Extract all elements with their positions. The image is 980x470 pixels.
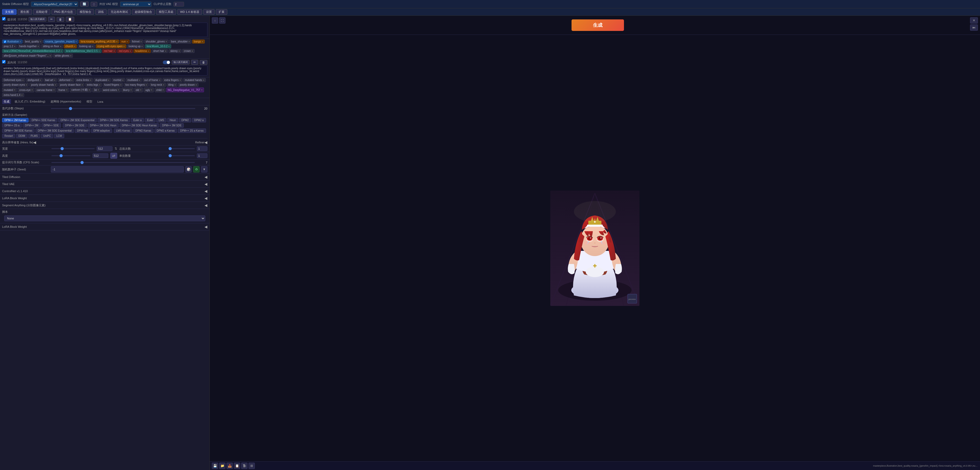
neg-tag-extra-hand[interactable]: extra hand:1.4× bbox=[2, 93, 24, 97]
total-batches-slider[interactable] bbox=[169, 148, 195, 149]
segment-anything-header[interactable]: Segment Anything (分割图像元素) ◀ bbox=[0, 202, 210, 209]
toolbar-tab-wd-tagger[interactable]: WD 1.4 标签器 bbox=[177, 9, 202, 15]
tag-looking-up2[interactable]: looking up× bbox=[127, 44, 145, 48]
size-link-btn[interactable]: ⇄ bbox=[110, 153, 117, 159]
tab-lora[interactable]: Lora bbox=[96, 100, 105, 104]
lora-block2-arrow[interactable]: ◀ bbox=[205, 225, 207, 229]
seed-dice-btn[interactable]: 🎲 bbox=[185, 166, 192, 173]
neg-tag-long-neck[interactable]: long neck× bbox=[150, 83, 166, 87]
sampler-lcm[interactable]: LCM bbox=[54, 134, 64, 138]
sampler-dpm2msde-heun-karras[interactable]: DPM++ 2M SDE Heun Karras bbox=[119, 123, 159, 128]
vae-model-select[interactable]: animevae.pt bbox=[120, 2, 151, 7]
tag-shoulder-gloves[interactable]: shoulder_gloves× bbox=[144, 40, 169, 43]
negative-prompt-textarea[interactable]: wrinkles Deformed eyes,{disfigured},{bad… bbox=[2, 65, 207, 76]
sampler-dpm2a[interactable]: DPM2 a bbox=[192, 118, 206, 122]
seed-input[interactable] bbox=[51, 166, 184, 173]
neg-tag-poorly-drawn[interactable]: poorly drawn× bbox=[178, 83, 199, 87]
neg-tag-extra-fingers[interactable]: extra fingers× bbox=[162, 78, 182, 82]
tag-after[interactable]: after][zoom_enhance mask="fingers"...× bbox=[2, 54, 52, 58]
sampler-dpm2a-karras[interactable]: DPM2 a Karras bbox=[154, 129, 177, 133]
sampler-ddim[interactable]: DDIM bbox=[16, 134, 27, 138]
sampler-dpmsde-karras[interactable]: DPM++ SDE Karras bbox=[29, 118, 57, 122]
sampler-lms-karras[interactable]: LMS Karras bbox=[114, 129, 132, 133]
sampler-lms[interactable]: LMS bbox=[156, 118, 167, 122]
tag-red-hair[interactable]: red hair× bbox=[102, 49, 116, 53]
tab-model[interactable]: 模型 bbox=[85, 99, 94, 104]
tag-looking-up[interactable]: looking up× bbox=[78, 44, 95, 48]
tag-close[interactable]: × bbox=[20, 40, 21, 43]
hires-toggle-btn[interactable]: ◀ bbox=[33, 140, 36, 144]
sampler-dpm3msde-exp[interactable]: DPM++ 3M SDE Exponential bbox=[35, 129, 74, 133]
save-btn[interactable]: 💾 bbox=[212, 463, 218, 469]
main-model-select[interactable]: AbyssOrangeMix2_sfwckpt [f75b19923f] bbox=[31, 2, 78, 7]
tag-hands-together[interactable]: hands together× bbox=[18, 44, 40, 48]
neg-tag-morbid[interactable]: morbid× bbox=[112, 78, 125, 82]
neg-tag-canvas-frame[interactable]: canvas frame× bbox=[35, 87, 56, 92]
sampler-plms[interactable]: PLMS bbox=[28, 134, 40, 138]
neg-tag-ugly[interactable]: ugly× bbox=[144, 87, 154, 92]
neg-tag-deformed-eyes[interactable]: Deformed eyes× bbox=[2, 78, 25, 82]
tiled-vae-arrow[interactable]: ◀ bbox=[205, 182, 207, 186]
tab-hypernetworks[interactable]: 超网络 (Hypernetworks) bbox=[49, 99, 83, 104]
fullscreen-btn[interactable]: ⛶ bbox=[219, 17, 226, 24]
height-slider[interactable] bbox=[51, 155, 91, 156]
tag-lora-moxin[interactable]: lora:Moxin_10.0.2× bbox=[145, 44, 171, 48]
tag-lora-chinese-doll[interactable]: lora:LORACHineseDoll_chinesedollikeness1… bbox=[2, 49, 64, 53]
tab-embedding[interactable]: 嵌入式 (T.I. Embedding) bbox=[13, 99, 47, 104]
tiled-vae-header[interactable]: Tiled VAE ◀ bbox=[0, 181, 210, 187]
toolbar-tab-png-info[interactable]: PNG 图片信息 bbox=[51, 9, 76, 15]
generate-button[interactable]: 生成 bbox=[571, 19, 624, 31]
toolbar-tab-settings[interactable]: 设置 bbox=[203, 9, 215, 15]
toolbar-tab-train[interactable]: 训练 bbox=[95, 9, 107, 15]
sampler-dpm2msde-karras[interactable]: DPM++ 2M SDE Karras bbox=[97, 118, 130, 122]
neg-tag-ng-deep[interactable]: NG_DeepNegative_V1_75T× bbox=[166, 87, 204, 92]
neg-tag-cross-eye[interactable]: cross-eye× bbox=[18, 87, 34, 92]
tag-sitting-on-floor[interactable]: sitting on floor× bbox=[41, 44, 63, 48]
neg-tag-blurry[interactable]: blurry× bbox=[121, 87, 133, 92]
neg-toggle[interactable] bbox=[163, 60, 170, 64]
neg-tag-poorly-drawn-eyes[interactable]: poorly drawn eyes× bbox=[2, 83, 29, 87]
tag-headdress[interactable]: headdress× bbox=[134, 49, 151, 53]
sampler-euler-a[interactable]: Euler a bbox=[131, 118, 144, 122]
expand-btn[interactable]: ↕ bbox=[212, 17, 218, 24]
neg-tag-tiling[interactable]: tiling× bbox=[167, 83, 178, 87]
toolbar-tab-img2img[interactable]: 图生图 bbox=[18, 9, 32, 15]
seed-extra-btn[interactable]: ▼ bbox=[201, 166, 207, 173]
interrupt-btn[interactable]: ✕ bbox=[970, 17, 978, 24]
clip-input[interactable] bbox=[173, 2, 184, 6]
lora-block2-header[interactable]: LoRA Block Weight ◀ bbox=[0, 223, 210, 230]
steps-slider[interactable] bbox=[51, 108, 195, 109]
lora-block-arrow[interactable]: ◀ bbox=[205, 196, 207, 200]
batch-size-slider[interactable] bbox=[169, 155, 195, 156]
sampler-restart[interactable]: Restart bbox=[2, 134, 15, 138]
tag-bare-shoulder[interactable]: bare_shoulder× bbox=[169, 40, 191, 43]
neg-tag-bad-art[interactable]: bad art× bbox=[43, 78, 57, 82]
sampler-dpmsde[interactable]: DPM++ SDE bbox=[41, 123, 61, 128]
tag-church[interactable]: church× bbox=[64, 44, 77, 48]
neg-tag-old[interactable]: old× bbox=[134, 87, 143, 92]
tag-short-hair[interactable]: short hair× bbox=[151, 49, 168, 53]
tag-illustration[interactable]: illustration× bbox=[2, 40, 22, 43]
model-extra-btn[interactable]: □ bbox=[91, 2, 97, 6]
sampler-dpm2msde-exp[interactable]: DPM++ 2M SDE Exponential bbox=[58, 118, 97, 122]
sampler-dpm-fast[interactable]: DPM fast bbox=[75, 129, 90, 133]
neg-tag-poorly-drawn-hands[interactable]: poorly drawn hands× bbox=[29, 83, 58, 87]
neg-tag-3d[interactable]: 3d× bbox=[92, 87, 100, 92]
toolbar-tab-canvas[interactable]: 无边画布测试 bbox=[108, 9, 131, 15]
script-select[interactable]: None bbox=[4, 216, 205, 221]
positive-prompt-textarea[interactable]: masterpiece,illustration,best_quality,ro… bbox=[2, 22, 207, 37]
tag-crown[interactable]: crown× bbox=[182, 49, 194, 53]
neg-tag-out-of-frame[interactable]: out of frame× bbox=[143, 78, 162, 82]
neg-tag-too-many-fingers[interactable]: too many fingers× bbox=[124, 83, 148, 87]
batch-size-input[interactable] bbox=[197, 153, 207, 158]
neg-tag-duplicated[interactable]: duplicated× bbox=[94, 78, 111, 82]
tag-pray[interactable]: pray:1.2× bbox=[2, 44, 17, 48]
prompt-checkbox[interactable] bbox=[2, 17, 5, 21]
tag-illustration-check[interactable] bbox=[4, 40, 6, 43]
tag-lora-rosaria[interactable]: lora:rosaria_anything_v4.0.95× bbox=[79, 40, 119, 43]
sampler-dpm3msde[interactable]: DPM++ 3M SDE bbox=[160, 123, 184, 128]
tag-rosaria[interactable]: rosaria_{genshin_impact}× bbox=[43, 40, 78, 43]
copy-img-btn[interactable]: 📋 bbox=[234, 463, 240, 469]
toolbar-tab-extensions[interactable]: 扩展 bbox=[216, 9, 227, 15]
tag-bangs[interactable]: bangs× bbox=[192, 40, 205, 43]
